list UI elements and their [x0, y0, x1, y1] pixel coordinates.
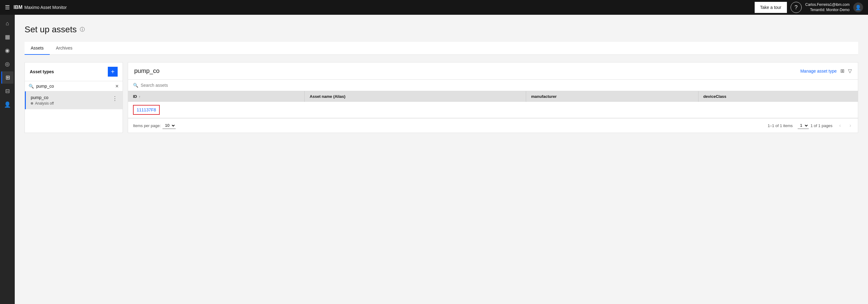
sidebar-item-devices[interactable]: ⊟	[1, 85, 13, 97]
sidebar-item-alerts[interactable]: ◎	[1, 58, 13, 70]
sort-icon[interactable]: ↑	[139, 95, 141, 99]
item-menu-icon[interactable]: ⋮	[112, 95, 118, 102]
brand-name: Maximo Asset Monitor	[24, 5, 67, 10]
sidebar-item-dashboard[interactable]: ▦	[1, 31, 13, 43]
brand-ibm: IBM	[13, 5, 23, 10]
info-icon[interactable]: ⓘ	[80, 26, 85, 33]
table-search-input[interactable]	[141, 83, 853, 88]
cell-asset-name	[305, 102, 526, 118]
cell-manufacturer	[526, 102, 698, 118]
table-search-row: 🔍	[128, 80, 858, 91]
prev-page-button[interactable]: ‹	[837, 121, 842, 130]
take-tour-button[interactable]: Take a tour	[755, 2, 787, 13]
page-title: Set up assets	[25, 25, 77, 34]
table-header: pump_co Manage asset type ⊞ ▽	[128, 62, 858, 80]
status-dot-icon	[31, 102, 33, 105]
asset-id-link[interactable]: 111137F8	[137, 107, 156, 112]
search-input[interactable]	[36, 84, 113, 89]
tab-assets[interactable]: Assets	[25, 42, 50, 55]
sidebar-item-home[interactable]: ⌂	[1, 17, 13, 30]
next-page-button[interactable]: ›	[848, 121, 853, 130]
pagination: Items per page: 10 20 30 50 1–1 of 1 ite…	[128, 118, 858, 133]
tabs-bar: Assets Archives	[25, 42, 858, 55]
avatar[interactable]: 👤	[853, 2, 863, 12]
hamburger-icon[interactable]: ☰	[5, 4, 10, 11]
table-actions: Manage asset type ⊞ ▽	[800, 68, 852, 74]
items-per-page-label: Items per page:	[133, 123, 161, 128]
assets-table: ID ↑ Asset name (Alias) manufacturer dev…	[128, 91, 858, 118]
analysis-status-label: Analysis off	[35, 101, 54, 106]
cell-id: 111137F8	[128, 102, 305, 118]
asset-type-item[interactable]: pump_co Analysis off ⋮	[25, 91, 123, 109]
id-cell-highlight: 111137F8	[133, 105, 160, 115]
pagination-range: 1–1 of 1 items	[768, 123, 793, 128]
sidebar-item-users[interactable]: 👤	[1, 99, 13, 111]
panel-title: Asset types	[30, 69, 54, 74]
asset-table-panel: pump_co Manage asset type ⊞ ▽ 🔍	[128, 62, 858, 133]
asset-type-info: pump_co Analysis off	[31, 95, 54, 106]
filter-icon[interactable]: ▽	[848, 68, 852, 74]
clear-search-icon[interactable]: ✕	[115, 84, 119, 89]
tab-archives[interactable]: Archives	[50, 42, 79, 55]
topnav: ☰ IBM Maximo Asset Monitor Take a tour ?…	[0, 0, 868, 15]
pagination-page-select: 1 1 of 1 pages	[798, 122, 833, 129]
table-row: 111137F8	[128, 102, 858, 118]
page-header: Set up assets ⓘ	[25, 25, 858, 34]
add-asset-type-button[interactable]: +	[108, 67, 118, 77]
col-asset-name: Asset name (Alias)	[305, 91, 526, 102]
sidebar-item-monitor[interactable]: ◉	[1, 44, 13, 57]
sidebar-item-assets[interactable]: ⊞	[1, 72, 13, 84]
columns-icon[interactable]: ⊞	[840, 68, 844, 74]
page-select[interactable]: 1	[798, 122, 809, 129]
table-header-row: ID ↑ Asset name (Alias) manufacturer dev…	[128, 91, 858, 102]
asset-type-name: pump_co	[31, 95, 54, 100]
items-per-page: Items per page: 10 20 30 50	[133, 122, 176, 129]
user-tenant: TenantId: Monitor-Demo	[810, 7, 849, 12]
col-deviceclass: deviceClass	[698, 91, 858, 102]
search-box: 🔍 ✕	[25, 81, 123, 91]
help-icon[interactable]: ?	[790, 2, 802, 13]
main-content: Set up assets ⓘ Assets Archives Asset ty…	[15, 15, 868, 304]
analysis-status: Analysis off	[31, 101, 54, 106]
items-per-page-select[interactable]: 10 20 30 50	[162, 122, 176, 129]
asset-types-panel: Asset types + 🔍 ✕ pump_co Analysis off	[25, 62, 123, 133]
sidebar: ⌂ ▦ ◉ ◎ ⊞ ⊟ 👤	[0, 15, 15, 304]
user-info: Carlos.Ferreira1@ibm.com TenantId: Monit…	[805, 2, 849, 12]
cell-deviceclass	[698, 102, 858, 118]
table-search-icon: 🔍	[133, 83, 138, 88]
col-manufacturer: manufacturer	[526, 91, 698, 102]
manage-asset-type-link[interactable]: Manage asset type	[800, 68, 837, 74]
col-id: ID ↑	[128, 91, 305, 102]
page-of-label: 1 of 1 pages	[811, 123, 833, 128]
panel-header: Asset types +	[25, 62, 123, 81]
search-icon: 🔍	[29, 84, 34, 89]
table-title: pump_co	[134, 67, 159, 75]
brand: IBM Maximo Asset Monitor	[13, 5, 67, 10]
user-email: Carlos.Ferreira1@ibm.com	[805, 2, 849, 7]
inner-layout: Asset types + 🔍 ✕ pump_co Analysis off	[25, 62, 858, 133]
